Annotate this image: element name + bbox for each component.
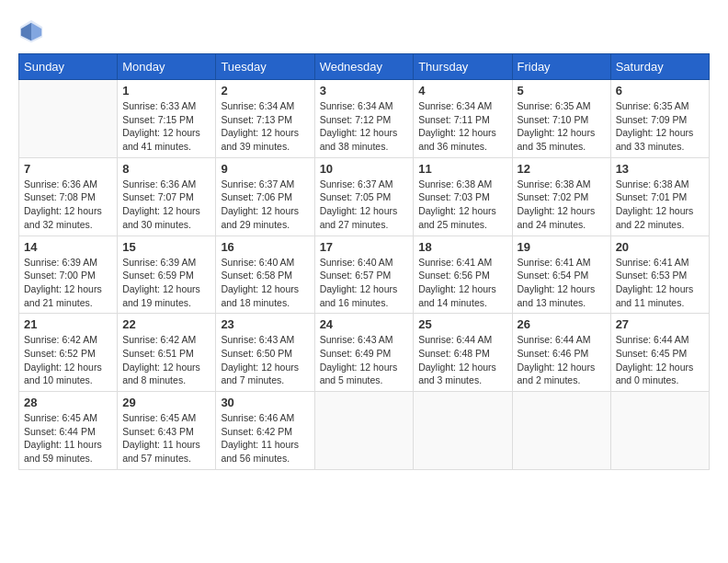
- day-header-monday: Monday: [118, 54, 216, 80]
- day-info: Sunrise: 6:43 AM Sunset: 6:49 PM Dayligh…: [320, 333, 409, 387]
- calendar-cell: 7Sunrise: 6:36 AM Sunset: 7:08 PM Daylig…: [19, 157, 118, 236]
- calendar-week-row: 14Sunrise: 6:39 AM Sunset: 7:00 PM Dayli…: [19, 236, 710, 314]
- day-number: 9: [221, 162, 309, 176]
- day-info: Sunrise: 6:33 AM Sunset: 7:15 PM Dayligh…: [122, 99, 210, 154]
- calendar-cell: 13Sunrise: 6:38 AM Sunset: 7:01 PM Dayli…: [610, 157, 709, 236]
- calendar-cell: 6Sunrise: 6:35 AM Sunset: 7:09 PM Daylig…: [610, 80, 709, 158]
- day-number: 13: [616, 162, 704, 176]
- calendar-cell: 9Sunrise: 6:37 AM Sunset: 7:06 PM Daylig…: [216, 157, 314, 236]
- day-header-saturday: Saturday: [610, 54, 709, 80]
- calendar-cell: 8Sunrise: 6:36 AM Sunset: 7:07 PM Daylig…: [118, 157, 216, 236]
- day-info: Sunrise: 6:40 AM Sunset: 6:57 PM Dayligh…: [320, 256, 409, 310]
- calendar-cell: [512, 392, 610, 470]
- day-info: Sunrise: 6:37 AM Sunset: 7:06 PM Dayligh…: [221, 178, 309, 232]
- calendar-cell: 5Sunrise: 6:35 AM Sunset: 7:10 PM Daylig…: [512, 80, 610, 158]
- calendar-cell: 4Sunrise: 6:34 AM Sunset: 7:11 PM Daylig…: [414, 80, 512, 158]
- day-info: Sunrise: 6:38 AM Sunset: 7:03 PM Dayligh…: [418, 178, 506, 232]
- day-info: Sunrise: 6:34 AM Sunset: 7:11 PM Dayligh…: [418, 99, 506, 154]
- day-number: 15: [122, 240, 210, 254]
- calendar-week-row: 1Sunrise: 6:33 AM Sunset: 7:15 PM Daylig…: [19, 80, 710, 158]
- calendar-cell: 3Sunrise: 6:34 AM Sunset: 7:12 PM Daylig…: [314, 80, 414, 158]
- calendar-cell: 30Sunrise: 6:46 AM Sunset: 6:42 PM Dayli…: [216, 392, 314, 470]
- day-number: 30: [221, 396, 309, 409]
- day-number: 10: [320, 162, 409, 176]
- day-number: 6: [616, 84, 704, 98]
- calendar-cell: 18Sunrise: 6:41 AM Sunset: 6:56 PM Dayli…: [414, 236, 512, 314]
- day-number: 11: [418, 162, 506, 176]
- day-info: Sunrise: 6:41 AM Sunset: 6:53 PM Dayligh…: [616, 256, 704, 310]
- calendar-week-row: 28Sunrise: 6:45 AM Sunset: 6:44 PM Dayli…: [19, 392, 710, 470]
- day-header-wednesday: Wednesday: [314, 54, 414, 80]
- day-number: 16: [221, 240, 309, 254]
- logo-icon: [18, 18, 44, 44]
- calendar-table: SundayMondayTuesdayWednesdayThursdayFrid…: [18, 53, 710, 470]
- day-info: Sunrise: 6:43 AM Sunset: 6:50 PM Dayligh…: [221, 333, 309, 387]
- day-info: Sunrise: 6:37 AM Sunset: 7:05 PM Dayligh…: [320, 178, 409, 232]
- calendar-header-row: SundayMondayTuesdayWednesdayThursdayFrid…: [19, 54, 710, 80]
- day-number: 1: [122, 84, 210, 98]
- calendar-cell: [19, 80, 118, 158]
- day-info: Sunrise: 6:44 AM Sunset: 6:46 PM Dayligh…: [518, 333, 606, 387]
- day-info: Sunrise: 6:41 AM Sunset: 6:56 PM Dayligh…: [418, 256, 506, 310]
- calendar-cell: 26Sunrise: 6:44 AM Sunset: 6:46 PM Dayli…: [512, 314, 610, 392]
- day-info: Sunrise: 6:44 AM Sunset: 6:48 PM Dayligh…: [418, 333, 506, 387]
- calendar-week-row: 21Sunrise: 6:42 AM Sunset: 6:52 PM Dayli…: [19, 314, 710, 392]
- day-info: Sunrise: 6:35 AM Sunset: 7:09 PM Dayligh…: [616, 99, 704, 154]
- day-header-tuesday: Tuesday: [216, 54, 314, 80]
- calendar-body: 1Sunrise: 6:33 AM Sunset: 7:15 PM Daylig…: [19, 80, 710, 470]
- calendar-week-row: 7Sunrise: 6:36 AM Sunset: 7:08 PM Daylig…: [19, 157, 710, 236]
- day-number: 22: [122, 317, 210, 331]
- day-info: Sunrise: 6:46 AM Sunset: 6:42 PM Dayligh…: [221, 411, 309, 465]
- day-number: 19: [518, 240, 606, 254]
- day-number: 5: [518, 84, 606, 98]
- day-info: Sunrise: 6:40 AM Sunset: 6:58 PM Dayligh…: [221, 256, 309, 310]
- day-number: 24: [320, 317, 409, 331]
- calendar-cell: 22Sunrise: 6:42 AM Sunset: 6:51 PM Dayli…: [118, 314, 216, 392]
- calendar-cell: [610, 392, 709, 470]
- calendar-cell: [314, 392, 414, 470]
- calendar-cell: 29Sunrise: 6:45 AM Sunset: 6:43 PM Dayli…: [118, 392, 216, 470]
- day-info: Sunrise: 6:42 AM Sunset: 6:51 PM Dayligh…: [122, 333, 210, 387]
- calendar-cell: 24Sunrise: 6:43 AM Sunset: 6:49 PM Dayli…: [314, 314, 414, 392]
- day-number: 28: [24, 396, 112, 409]
- calendar-cell: 27Sunrise: 6:44 AM Sunset: 6:45 PM Dayli…: [610, 314, 709, 392]
- day-number: 25: [418, 317, 506, 331]
- calendar-cell: 28Sunrise: 6:45 AM Sunset: 6:44 PM Dayli…: [19, 392, 118, 470]
- day-number: 14: [24, 240, 112, 254]
- calendar-cell: [414, 392, 512, 470]
- day-number: 4: [418, 84, 506, 98]
- day-header-thursday: Thursday: [414, 54, 512, 80]
- day-info: Sunrise: 6:45 AM Sunset: 6:44 PM Dayligh…: [24, 411, 112, 465]
- day-info: Sunrise: 6:42 AM Sunset: 6:52 PM Dayligh…: [24, 333, 112, 387]
- calendar-cell: 23Sunrise: 6:43 AM Sunset: 6:50 PM Dayli…: [216, 314, 314, 392]
- day-info: Sunrise: 6:41 AM Sunset: 6:54 PM Dayligh…: [518, 256, 606, 310]
- day-info: Sunrise: 6:38 AM Sunset: 7:01 PM Dayligh…: [616, 178, 704, 232]
- day-number: 21: [24, 317, 112, 331]
- day-number: 20: [616, 240, 704, 254]
- day-number: 12: [518, 162, 606, 176]
- day-info: Sunrise: 6:35 AM Sunset: 7:10 PM Dayligh…: [518, 99, 606, 154]
- calendar-cell: 12Sunrise: 6:38 AM Sunset: 7:02 PM Dayli…: [512, 157, 610, 236]
- calendar-cell: 16Sunrise: 6:40 AM Sunset: 6:58 PM Dayli…: [216, 236, 314, 314]
- day-info: Sunrise: 6:36 AM Sunset: 7:08 PM Dayligh…: [24, 178, 112, 232]
- day-number: 29: [122, 396, 210, 409]
- day-info: Sunrise: 6:39 AM Sunset: 6:59 PM Dayligh…: [122, 256, 210, 310]
- calendar-cell: 20Sunrise: 6:41 AM Sunset: 6:53 PM Dayli…: [610, 236, 709, 314]
- calendar-cell: 2Sunrise: 6:34 AM Sunset: 7:13 PM Daylig…: [216, 80, 314, 158]
- day-number: 2: [221, 84, 309, 98]
- calendar-cell: 15Sunrise: 6:39 AM Sunset: 6:59 PM Dayli…: [118, 236, 216, 314]
- day-info: Sunrise: 6:34 AM Sunset: 7:13 PM Dayligh…: [221, 99, 309, 154]
- day-number: 23: [221, 317, 309, 331]
- day-info: Sunrise: 6:45 AM Sunset: 6:43 PM Dayligh…: [122, 411, 210, 465]
- page-header: [18, 18, 710, 44]
- day-info: Sunrise: 6:34 AM Sunset: 7:12 PM Dayligh…: [320, 99, 409, 154]
- calendar-cell: 14Sunrise: 6:39 AM Sunset: 7:00 PM Dayli…: [19, 236, 118, 314]
- day-number: 3: [320, 84, 409, 98]
- calendar-cell: 1Sunrise: 6:33 AM Sunset: 7:15 PM Daylig…: [118, 80, 216, 158]
- day-info: Sunrise: 6:36 AM Sunset: 7:07 PM Dayligh…: [122, 178, 210, 232]
- logo: [18, 18, 46, 44]
- calendar-cell: 11Sunrise: 6:38 AM Sunset: 7:03 PM Dayli…: [414, 157, 512, 236]
- day-info: Sunrise: 6:38 AM Sunset: 7:02 PM Dayligh…: [518, 178, 606, 232]
- day-header-friday: Friday: [512, 54, 610, 80]
- day-number: 27: [616, 317, 704, 331]
